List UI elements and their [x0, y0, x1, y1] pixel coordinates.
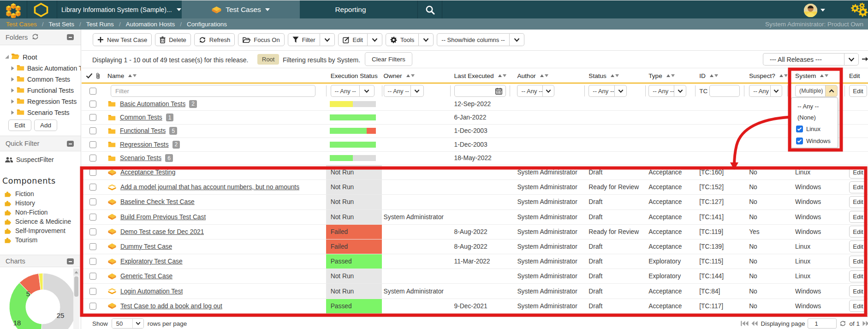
system-filter[interactable]: (Multiple) [795, 85, 838, 97]
breadcrumb-test-cases[interactable]: Test Cases [6, 21, 37, 28]
sort-icons[interactable] [820, 74, 828, 77]
folder-item-label[interactable]: Functional Tests [27, 87, 74, 94]
row-edit-button[interactable]: Edit [849, 270, 867, 282]
test-case-name-link[interactable]: Test Case to add a book and log out [120, 303, 222, 310]
folders-refresh-icon[interactable] [31, 33, 39, 42]
quick-filter-suspectfilter[interactable]: SuspectFilter [0, 151, 81, 164]
execution-status-filter-button[interactable] [359, 85, 375, 97]
sort-icons[interactable] [710, 74, 718, 77]
folder-tree-item[interactable]: Functional Tests [0, 85, 81, 96]
tree-expanded-icon[interactable] [4, 54, 10, 59]
filter-dropdown-button[interactable] [320, 33, 335, 46]
page-size-select[interactable]: 50 [112, 318, 144, 329]
tree-collapsed-icon[interactable] [10, 77, 15, 82]
test-case-name-link[interactable]: Acceptance Testing [120, 169, 175, 176]
row-checkbox[interactable] [89, 141, 96, 148]
search-button[interactable] [418, 0, 442, 19]
folder-name-link[interactable]: Basic Automation Tests [120, 101, 185, 108]
component-item[interactable]: History [0, 198, 81, 208]
edit-dropdown-button[interactable] [368, 33, 382, 46]
user-avatar[interactable] [804, 4, 817, 17]
test-case-name-link[interactable]: Generic Test Case [120, 273, 172, 280]
edit-button[interactable]: Edit [338, 33, 368, 46]
tree-collapsed-icon[interactable] [10, 110, 15, 115]
row-edit-button[interactable]: Edit [849, 240, 867, 252]
folder-name-link[interactable]: Scenario Tests [120, 155, 161, 162]
sort-icons[interactable] [128, 74, 137, 77]
page-size-button[interactable] [132, 319, 143, 328]
tools-dropdown-button[interactable] [419, 33, 434, 46]
owner-filter-button[interactable] [410, 85, 424, 97]
last-executed-filter[interactable] [454, 85, 506, 97]
quick-filter-collapse-button[interactable] [67, 141, 74, 147]
row-checkbox[interactable] [89, 303, 96, 310]
sort-icons[interactable] [611, 74, 619, 77]
component-item[interactable]: Fiction [0, 189, 81, 198]
calendar-icon[interactable] [495, 88, 502, 95]
row-checkbox[interactable] [89, 101, 96, 108]
row-checkbox[interactable] [89, 184, 96, 191]
column-header-last-executed[interactable]: Last Executed [450, 69, 510, 83]
row-edit-button[interactable]: Edit [849, 285, 867, 297]
row-checkbox[interactable] [89, 288, 96, 295]
system-option-linux[interactable]: Linux [791, 123, 838, 135]
suspect-filter[interactable]: -- Any [749, 85, 782, 97]
row-checkbox[interactable] [89, 155, 96, 162]
select-all-checkbox[interactable] [89, 88, 96, 95]
tree-collapsed-icon[interactable] [10, 99, 15, 104]
row-edit-button[interactable]: Edit [849, 211, 867, 223]
column-header-author[interactable]: Author [510, 69, 584, 83]
breadcrumb-automation-hosts[interactable]: Automation Hosts [126, 21, 175, 28]
focus-on-button[interactable]: Focus On [238, 33, 284, 46]
column-header-suspect[interactable]: Suspect? [744, 69, 787, 83]
row-edit-button[interactable]: Edit [849, 226, 867, 238]
new-test-case-button[interactable]: New Test Case [93, 33, 152, 46]
system-option-none[interactable]: (None) [791, 112, 838, 123]
breadcrumb-configurations[interactable]: Configurations [187, 21, 227, 28]
test-case-name-link[interactable]: Dummy Test Case [120, 243, 172, 250]
tools-button[interactable]: Tools [386, 33, 419, 46]
folder-root-label[interactable]: Root [23, 53, 37, 61]
column-header-execution-status[interactable]: Execution Status [326, 69, 382, 83]
component-item[interactable]: Tourism [0, 235, 81, 245]
status-filter[interactable]: -- Any -- [589, 85, 627, 97]
column-header-type[interactable]: Type [645, 69, 695, 83]
test-case-name-link[interactable]: Baseline Check Test Case [120, 198, 195, 205]
tree-collapsed-icon[interactable] [10, 66, 15, 71]
system-option-any[interactable]: -- Any -- [791, 101, 838, 112]
status-filter-button[interactable] [614, 85, 627, 97]
chart-scrollbar[interactable] [73, 269, 79, 329]
component-item[interactable]: Science & Medicine [0, 217, 81, 226]
folder-item-label[interactable]: Regression Tests [27, 98, 77, 105]
sort-icons[interactable] [779, 74, 787, 77]
folder-tree-item[interactable]: Scenario Tests [0, 107, 81, 118]
row-edit-button[interactable]: Edit [849, 300, 867, 312]
test-case-name-link[interactable]: Exploratory Test Case [120, 258, 183, 265]
folder-name-link[interactable]: Common Tests [120, 114, 162, 121]
scrollbar-up-icon[interactable] [73, 269, 79, 275]
refresh-button[interactable]: Refresh [194, 33, 235, 46]
system-filter-button[interactable] [825, 85, 838, 97]
edit-filter-button[interactable]: Edit [849, 85, 867, 97]
page-number-input[interactable] [808, 318, 837, 329]
breadcrumb-test-sets[interactable]: Test Sets [49, 21, 75, 28]
sort-icons[interactable] [540, 74, 548, 77]
row-checkbox[interactable] [89, 214, 96, 221]
owner-filter[interactable]: -- Any -- [384, 85, 424, 97]
scrollbar-thumb[interactable] [74, 276, 78, 297]
row-checkbox[interactable] [89, 258, 96, 265]
folders-collapse-button[interactable] [67, 34, 74, 40]
pagination-refresh-icon[interactable] [839, 320, 846, 327]
test-case-name-link[interactable]: Demo Test case for Dec 2021 [120, 228, 204, 235]
donut-slice-not-run[interactable] [41, 273, 74, 329]
folder-item-label[interactable]: Common Tests [27, 76, 70, 83]
folder-tree-item[interactable]: Regression Tests [0, 96, 81, 107]
test-case-name-link[interactable]: Build From Previous Test Cast [120, 214, 206, 221]
row-checkbox[interactable] [89, 169, 96, 176]
folder-name-link[interactable]: Functional Tests [120, 127, 166, 134]
column-header-owner[interactable]: Owner [382, 69, 450, 83]
author-filter-button[interactable] [542, 85, 554, 97]
folder-item-label[interactable]: Basic Automation Tests [27, 65, 81, 72]
id-filter-input[interactable] [709, 85, 740, 97]
column-header-id[interactable]: ID [695, 69, 744, 83]
